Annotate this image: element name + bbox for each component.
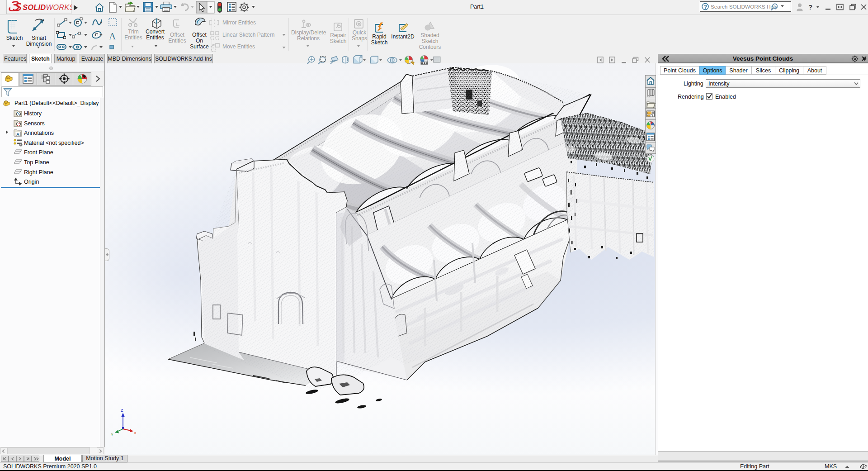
svg-text:x: x — [134, 431, 136, 435]
svg-text:Search SOLIDWORKS Help: Search SOLIDWORKS Help — [711, 4, 778, 10]
svg-text:?: ? — [704, 4, 707, 10]
svg-text:y: y — [111, 432, 113, 436]
svg-text:Z: Z — [121, 408, 123, 413]
svg-text:?: ? — [808, 3, 812, 11]
svg-text:A: A — [109, 31, 116, 42]
svg-text:A: A — [16, 132, 19, 137]
svg-text:SOLIDWORKS: SOLIDWORKS — [23, 3, 72, 11]
